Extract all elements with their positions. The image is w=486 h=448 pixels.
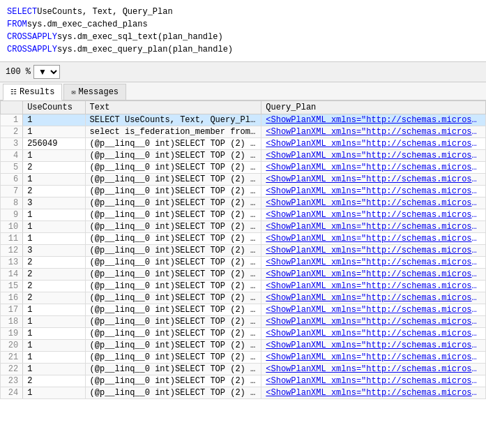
row-number: 10 [1,221,23,233]
col-header-rownum [1,101,23,114]
cell-text: (@p__linq__0 int)SELECT TOP (2) [Extent1… [85,387,261,399]
col-header-query_plan: Query_Plan [261,101,486,114]
cell-usecount: 1 [23,233,85,245]
table-row[interactable]: 142(@p__linq__0 int)SELECT TOP (2) [Exte… [1,269,486,281]
cell-usecount: 1 [23,209,85,221]
cell-query-plan[interactable]: <ShowPlanXML xmlns="http://schemas.micro… [261,364,486,375]
row-number: 15 [1,281,23,292]
cell-usecount: 2 [23,257,85,269]
cell-query-plan[interactable]: <ShowPlanXML xmlns="http://schemas.micro… [261,245,486,257]
cell-usecount: 1 [23,328,85,340]
cell-usecount: 2 [23,269,85,281]
cell-query-plan[interactable]: <ShowPlanXML xmlns="http://schemas.micro… [261,328,486,340]
row-number: 7 [1,186,23,197]
table-row[interactable]: 201(@p__linq__0 int)SELECT TOP (2) [Exte… [1,340,486,352]
col-header-text: Text [85,101,261,114]
table-row[interactable]: 171(@p__linq__0 int)SELECT TOP (2) [Exte… [1,304,486,316]
table-row[interactable]: 162(@p__linq__0 int)SELECT TOP (2) [Exte… [1,292,486,304]
cell-text: (@p__linq__0 int)SELECT TOP (2) [Extent1… [85,281,261,292]
table-row[interactable]: 241(@p__linq__0 int)SELECT TOP (2) [Exte… [1,387,486,399]
cell-query-plan[interactable]: <ShowPlanXML xmlns="http://schemas.micro… [261,340,486,352]
code-text: sys.dm_exec_sql_text(plan_handle) [57,31,223,43]
table-row[interactable]: 123(@p__linq__0 int)SELECT TOP (2) [Exte… [1,245,486,257]
table-row[interactable]: 61(@p__linq__0 int)SELECT TOP (2) [Exten… [1,174,486,186]
cell-query-plan[interactable]: <ShowPlanXML xmlns="http://schemas.micro… [261,126,486,138]
cell-usecount: 1 [23,316,85,328]
cell-usecount: 3 [23,245,85,257]
table-row[interactable]: 181(@p__linq__0 int)SELECT TOP (2) [Exte… [1,316,486,328]
tab-results[interactable]: ☷Results [3,84,62,100]
cell-text: (@p__linq__0 int)SELECT TOP (2) [Extent1… [85,352,261,364]
cell-query-plan[interactable]: <ShowPlanXML xmlns="http://schemas.micro… [261,114,486,126]
cell-query-plan[interactable]: <ShowPlanXML xmlns="http://schemas.micro… [261,375,486,387]
row-number: 22 [1,364,23,375]
row-number: 14 [1,269,23,281]
cell-usecount: 2 [23,186,85,197]
cell-query-plan[interactable]: <ShowPlanXML xmlns="http://schemas.micro… [261,150,486,162]
code-text: sys.dm_exec_cached_plans [27,18,148,31]
cell-query-plan[interactable]: <ShowPlanXML xmlns="http://schemas.micro… [261,316,486,328]
cell-text: (@p__linq__0 int)SELECT TOP (2) [Extent1… [85,340,261,352]
code-keyword: CROSS [7,31,32,43]
code-keyword: CROSS [7,43,32,56]
table-row[interactable]: 191(@p__linq__0 int)SELECT TOP (2) [Exte… [1,328,486,340]
row-number: 24 [1,387,23,399]
table-row[interactable]: 21select is_federation_member from sys.d… [1,126,486,138]
cell-text: (@p__linq__0 int)SELECT TOP (2) [Extent1… [85,138,261,150]
results-container[interactable]: UseCountsTextQuery_Plan 11SELECT UseCoun… [0,100,486,442]
table-row[interactable]: 3256049(@p__linq__0 int)SELECT TOP (2) [… [1,138,486,150]
cell-usecount: 1 [23,126,85,138]
tab-messages[interactable]: ✉Messages [63,84,126,100]
table-row[interactable]: 232(@p__linq__0 int)SELECT TOP (2) [Exte… [1,375,486,387]
cell-query-plan[interactable]: <ShowPlanXML xmlns="http://schemas.micro… [261,257,486,269]
cell-query-plan[interactable]: <ShowPlanXML xmlns="http://schemas.micro… [261,292,486,304]
grid-icon: ☷ [10,88,17,96]
cell-text: (@p__linq__0 int)SELECT TOP (2) [Extent1… [85,328,261,340]
table-row[interactable]: 91(@p__linq__0 int)SELECT TOP (2) [Exten… [1,209,486,221]
table-row[interactable]: 211(@p__linq__0 int)SELECT TOP (2) [Exte… [1,352,486,364]
row-number: 9 [1,209,23,221]
cell-query-plan[interactable]: <ShowPlanXML xmlns="http://schemas.micro… [261,162,486,174]
table-row[interactable]: 221(@p__linq__0 int)SELECT TOP (2) [Exte… [1,364,486,375]
cell-usecount: 2 [23,281,85,292]
cell-query-plan[interactable]: <ShowPlanXML xmlns="http://schemas.micro… [261,387,486,399]
zoom-bar: 100 % ▼ [0,62,486,82]
cell-query-plan[interactable]: <ShowPlanXML xmlns="http://schemas.micro… [261,233,486,245]
row-number: 17 [1,304,23,316]
table-row[interactable]: 83(@p__linq__0 int)SELECT TOP (2) [Exten… [1,197,486,209]
zoom-select[interactable]: ▼ [33,65,60,79]
table-row[interactable]: 111(@p__linq__0 int)SELECT TOP (2) [Exte… [1,233,486,245]
cell-query-plan[interactable]: <ShowPlanXML xmlns="http://schemas.micro… [261,221,486,233]
msg-icon: ✉ [71,88,75,96]
cell-query-plan[interactable]: <ShowPlanXML xmlns="http://schemas.micro… [261,304,486,316]
cell-query-plan[interactable]: <ShowPlanXML xmlns="http://schemas.micro… [261,269,486,281]
cell-query-plan[interactable]: <ShowPlanXML xmlns="http://schemas.micro… [261,209,486,221]
cell-usecount: 256049 [23,138,85,150]
cell-text: (@p__linq__0 int)SELECT TOP (2) [Extent1… [85,174,261,186]
table-row[interactable]: 52(@p__linq__0 int)SELECT TOP (2) [Exten… [1,162,486,174]
cell-query-plan[interactable]: <ShowPlanXML xmlns="http://schemas.micro… [261,281,486,292]
cell-query-plan[interactable]: <ShowPlanXML xmlns="http://schemas.micro… [261,186,486,197]
cell-usecount: 1 [23,364,85,375]
zoom-label: 100 % [6,67,31,77]
table-row[interactable]: 72(@p__linq__0 int)SELECT TOP (2) [Exten… [1,186,486,197]
cell-query-plan[interactable]: <ShowPlanXML xmlns="http://schemas.micro… [261,352,486,364]
cell-text: SELECT UseCounts, Text, Query_Plan FROM … [85,114,261,126]
cell-query-plan[interactable]: <ShowPlanXML xmlns="http://schemas.micro… [261,138,486,150]
row-number: 5 [1,162,23,174]
cell-usecount: 1 [23,221,85,233]
table-row[interactable]: 41(@p__linq__0 int)SELECT TOP (2) [Exten… [1,150,486,162]
results-table: UseCountsTextQuery_Plan 11SELECT UseCoun… [0,100,486,399]
tabs-bar: ☷Results✉Messages [0,82,486,100]
cell-usecount: 1 [23,150,85,162]
cell-query-plan[interactable]: <ShowPlanXML xmlns="http://schemas.micro… [261,174,486,186]
table-row[interactable]: 152(@p__linq__0 int)SELECT TOP (2) [Exte… [1,281,486,292]
cell-text: (@p__linq__0 int)SELECT TOP (2) [Extent1… [85,186,261,197]
cell-usecount: 1 [23,387,85,399]
table-row[interactable]: 11SELECT UseCounts, Text, Query_Plan FRO… [1,114,486,126]
cell-query-plan[interactable]: <ShowPlanXML xmlns="http://schemas.micro… [261,197,486,209]
table-row[interactable]: 101(@p__linq__0 int)SELECT TOP (2) [Exte… [1,221,486,233]
table-row[interactable]: 132(@p__linq__0 int)SELECT TOP (2) [Exte… [1,257,486,269]
code-text: sys.dm_exec_query_plan(plan_handle) [57,43,233,56]
row-number: 21 [1,352,23,364]
